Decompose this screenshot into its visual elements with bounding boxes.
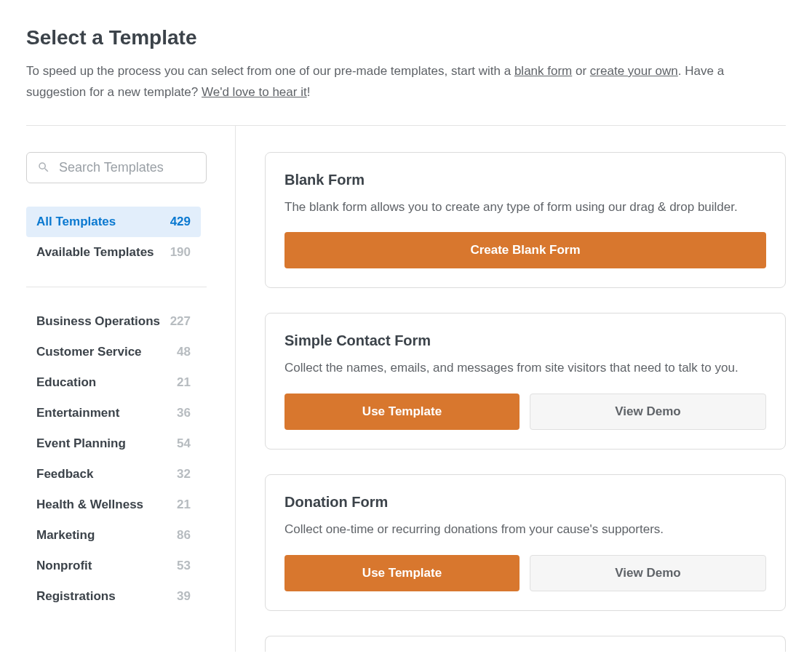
category-education[interactable]: Education 21 [26, 367, 201, 398]
category-marketing[interactable]: Marketing 86 [26, 520, 201, 551]
template-card-simple-contact-form: Simple Contact Form Collect the names, e… [265, 313, 786, 450]
template-buttons: Use Template View Demo [284, 394, 766, 430]
template-description: Collect one-time or recurring donations … [284, 521, 766, 539]
filter-count: 429 [170, 215, 191, 229]
template-description: The blank form allows you to create any … [284, 199, 766, 217]
search-box[interactable] [26, 152, 207, 183]
category-label: Health & Wellness [36, 498, 143, 512]
template-card-blank-form: Blank Form The blank form allows you to … [265, 152, 786, 289]
category-entertainment[interactable]: Entertainment 36 [26, 398, 201, 428]
filter-all-templates[interactable]: All Templates 429 [26, 207, 201, 237]
template-list: Blank Form The blank form allows you to … [236, 126, 786, 652]
feedback-link[interactable]: We'd love to hear it [202, 85, 307, 99]
template-description: Collect the names, emails, and messages … [284, 359, 766, 378]
use-template-button[interactable]: Use Template [284, 394, 520, 430]
category-count: 48 [177, 345, 191, 359]
page-title: Select a Template [26, 26, 786, 49]
search-input[interactable] [59, 160, 196, 175]
blank-form-link[interactable]: blank form [514, 64, 572, 78]
category-count: 54 [177, 436, 191, 451]
category-count: 39 [177, 589, 191, 604]
filter-label: Available Templates [36, 245, 154, 260]
category-label: Customer Service [36, 345, 142, 359]
filter-count: 190 [170, 245, 191, 260]
category-count: 53 [177, 559, 191, 573]
category-registrations[interactable]: Registrations 39 [26, 581, 201, 612]
template-card-partial [265, 636, 786, 652]
category-feedback[interactable]: Feedback 32 [26, 459, 201, 490]
search-icon [37, 161, 50, 174]
category-label: Entertainment [36, 406, 119, 420]
category-count: 86 [177, 528, 191, 543]
subtitle-text: To speed up the process you can select f… [26, 64, 514, 78]
page-header: Select a Template To speed up the proces… [26, 26, 786, 103]
create-your-own-link[interactable]: create your own [590, 64, 678, 78]
filter-available-templates[interactable]: Available Templates 190 [26, 237, 201, 268]
use-template-button[interactable]: Use Template [284, 555, 520, 591]
category-business-operations[interactable]: Business Operations 227 [26, 306, 201, 337]
template-title: Simple Contact Form [284, 332, 766, 349]
category-list: Business Operations 227 Customer Service… [26, 306, 220, 612]
category-count: 21 [177, 375, 191, 390]
category-label: Nonprofit [36, 559, 92, 573]
subtitle-text: or [572, 64, 590, 78]
category-customer-service[interactable]: Customer Service 48 [26, 337, 201, 367]
category-label: Business Operations [36, 314, 160, 329]
view-demo-button[interactable]: View Demo [530, 394, 766, 430]
category-count: 36 [177, 406, 191, 420]
template-title: Donation Form [284, 494, 766, 511]
subtitle-text: ! [307, 85, 311, 99]
category-label: Education [36, 375, 96, 390]
view-demo-button[interactable]: View Demo [530, 555, 766, 591]
create-blank-form-button[interactable]: Create Blank Form [284, 232, 766, 268]
content-layout: All Templates 429 Available Templates 19… [26, 126, 786, 652]
sidebar: All Templates 429 Available Templates 19… [26, 126, 236, 652]
filter-label: All Templates [36, 215, 116, 229]
category-label: Event Planning [36, 436, 126, 451]
category-nonprofit[interactable]: Nonprofit 53 [26, 551, 201, 581]
category-health-wellness[interactable]: Health & Wellness 21 [26, 490, 201, 520]
category-count: 21 [177, 498, 191, 512]
category-event-planning[interactable]: Event Planning 54 [26, 428, 201, 459]
template-buttons: Use Template View Demo [284, 555, 766, 591]
template-buttons: Create Blank Form [284, 232, 766, 268]
sidebar-divider [26, 287, 207, 287]
category-count: 227 [170, 314, 191, 329]
template-card-donation-form: Donation Form Collect one-time or recurr… [265, 474, 786, 611]
category-label: Registrations [36, 589, 116, 604]
category-label: Feedback [36, 467, 93, 482]
category-label: Marketing [36, 528, 95, 543]
top-filter-list: All Templates 429 Available Templates 19… [26, 207, 220, 268]
page-subtitle: To speed up the process you can select f… [26, 61, 786, 103]
category-count: 32 [177, 467, 191, 482]
template-title: Blank Form [284, 172, 766, 188]
